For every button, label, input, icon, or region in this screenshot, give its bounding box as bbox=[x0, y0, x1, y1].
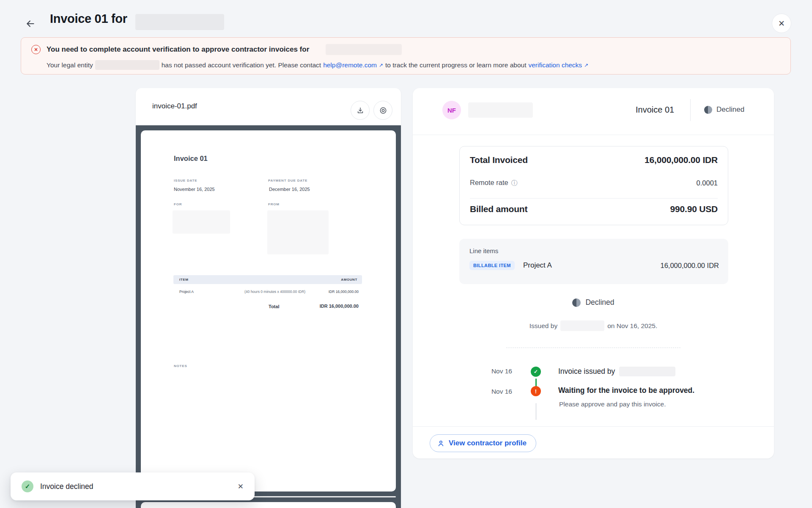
doc-total-amount: IDR 16,000,000.00 bbox=[320, 304, 359, 309]
redacted-contractor-name bbox=[135, 14, 224, 30]
line-items-panel: Line items BILLABLE ITEM Project A 16,00… bbox=[459, 239, 728, 284]
redacted-from-block bbox=[267, 210, 329, 254]
billed-amount-value: 990.90 USD bbox=[670, 204, 718, 214]
timeline-event: Waiting for the invoice to be approved. bbox=[558, 386, 694, 395]
toast-close-icon[interactable]: ✕ bbox=[238, 482, 244, 491]
close-icon: ✕ bbox=[778, 19, 785, 28]
check-circle-icon: ✓ bbox=[531, 367, 541, 377]
pdf-viewer-background: Invoice 01 ISSUE DATE November 16, 2025 … bbox=[136, 125, 401, 508]
pdf-preview-card: invoice-01.pdf Invoice 01 ISSUE DATE Nov… bbox=[136, 88, 401, 508]
help-email-link[interactable]: help@remote.com bbox=[323, 61, 377, 69]
redacted-issuer-name bbox=[619, 367, 675, 376]
section-divider bbox=[413, 135, 774, 135]
header-status-label: Declined bbox=[716, 105, 744, 114]
header-status-badge: Declined bbox=[704, 105, 744, 114]
timeline-event-subtext: Please approve and pay this invoice. bbox=[559, 400, 666, 408]
success-check-icon: ✓ bbox=[22, 480, 33, 492]
pdf-page-1: Invoice 01 ISSUE DATE November 16, 2025 … bbox=[141, 130, 396, 491]
timeline-date: Nov 16 bbox=[470, 367, 512, 375]
profile-button-label: View contractor profile bbox=[449, 439, 527, 447]
issued-by-row: Issued by on Nov 16, 2025. bbox=[413, 320, 774, 331]
line-item-amount: 16,000,000.00 IDR bbox=[660, 262, 719, 270]
banner-body-mid2: to track the current progress or learn m… bbox=[385, 61, 526, 69]
doc-for-label: FOR bbox=[174, 202, 182, 206]
timeline-divider bbox=[506, 348, 680, 348]
invoice-details-card: NF Invoice 01 Declined Total Invoiced 16… bbox=[413, 88, 774, 458]
alert-circle-icon: ! bbox=[531, 386, 541, 396]
pdf-header: invoice-01.pdf bbox=[136, 88, 401, 125]
line-item-name: Project A bbox=[523, 261, 552, 270]
remote-rate-label: Remote rateⓘ bbox=[470, 179, 518, 187]
summary-card: Total Invoiced 16,000,000.00 IDR Remote … bbox=[459, 146, 728, 225]
section-divider bbox=[413, 426, 774, 427]
doc-issue-date: November 16, 2025 bbox=[174, 187, 215, 192]
invoice-number: Invoice 01 bbox=[636, 105, 674, 115]
doc-row-amount: IDR 16,000,000.00 bbox=[308, 290, 359, 294]
doc-row-detail: (40 hours 0 minutes x 400000.00 IDR) bbox=[244, 290, 305, 294]
issued-by-pre: Issued by bbox=[529, 322, 557, 330]
toast-notification: ✓ Invoice declined ✕ bbox=[11, 472, 255, 500]
doc-notes-label: NOTES bbox=[174, 364, 187, 368]
doc-due-date: December 16, 2025 bbox=[269, 187, 310, 192]
redacted-for-block bbox=[173, 210, 230, 234]
banner-body: Your legal entity has not passed account… bbox=[47, 60, 588, 70]
total-invoiced-value: 16,000,000.00 IDR bbox=[645, 155, 718, 165]
status-row: Declined bbox=[413, 298, 774, 307]
external-link-icon: ↗ bbox=[379, 62, 383, 68]
remote-rate-value: 0.0001 bbox=[697, 179, 718, 187]
doc-row-item: Project A bbox=[179, 290, 194, 294]
billed-amount-label: Billed amount bbox=[470, 204, 527, 214]
download-button[interactable] bbox=[351, 101, 370, 120]
eye-icon bbox=[379, 106, 387, 115]
pdf-filename: invoice-01.pdf bbox=[152, 102, 197, 110]
declined-status-icon bbox=[572, 298, 581, 307]
preview-button[interactable] bbox=[373, 101, 392, 120]
toast-message: Invoice declined bbox=[40, 482, 93, 491]
info-icon[interactable]: ⓘ bbox=[511, 179, 518, 186]
issued-by-post: on Nov 16, 2025. bbox=[607, 322, 657, 330]
timeline-date: Nov 16 bbox=[470, 388, 512, 395]
timeline-connector bbox=[535, 403, 537, 420]
total-invoiced-label: Total Invoiced bbox=[470, 155, 528, 165]
doc-title: Invoice 01 bbox=[174, 155, 208, 163]
declined-status-icon bbox=[704, 106, 712, 114]
doc-due-date-label: PAYMENT DUE DATE bbox=[268, 179, 307, 182]
line-item-row: BILLABLE ITEM Project A 16,000,000.00 ID… bbox=[469, 261, 719, 270]
doc-total-label: Total bbox=[269, 304, 279, 309]
billable-item-badge: BILLABLE ITEM bbox=[469, 261, 515, 270]
doc-item-header: ITEM bbox=[179, 278, 189, 282]
error-circle-icon: ✕ bbox=[31, 45, 41, 54]
banner-title: You need to complete account verificatio… bbox=[47, 45, 309, 54]
line-items-label: Line items bbox=[469, 247, 498, 254]
doc-issue-date-label: ISSUE DATE bbox=[174, 179, 197, 182]
back-button[interactable] bbox=[22, 15, 39, 32]
person-icon bbox=[437, 439, 445, 447]
pdf-page-2 bbox=[141, 502, 396, 508]
summary-divider bbox=[470, 198, 718, 199]
redacted-issuer-name bbox=[560, 320, 604, 331]
view-contractor-profile-button[interactable]: View contractor profile bbox=[430, 434, 536, 452]
back-arrow-icon bbox=[25, 18, 36, 29]
doc-amount-header: AMOUNT bbox=[315, 278, 357, 282]
redacted-company-name bbox=[326, 44, 402, 55]
banner-body-pre: Your legal entity bbox=[47, 61, 93, 69]
close-button[interactable]: ✕ bbox=[772, 14, 791, 33]
verification-checks-link[interactable]: verification checks bbox=[528, 61, 582, 69]
status-label: Declined bbox=[585, 298, 614, 307]
download-icon bbox=[356, 106, 365, 115]
redacted-contractor-name-block bbox=[468, 102, 533, 118]
external-link-icon: ↗ bbox=[584, 62, 588, 68]
banner-body-mid: has not passed account verification yet.… bbox=[162, 61, 321, 69]
avatar: NF bbox=[442, 101, 461, 119]
header-divider bbox=[690, 99, 691, 121]
doc-from-label: FROM bbox=[268, 202, 280, 206]
page-title: Invoice 01 for bbox=[50, 12, 127, 26]
redacted-legal-entity bbox=[95, 60, 159, 70]
timeline-event: Invoice issued by bbox=[558, 367, 675, 376]
